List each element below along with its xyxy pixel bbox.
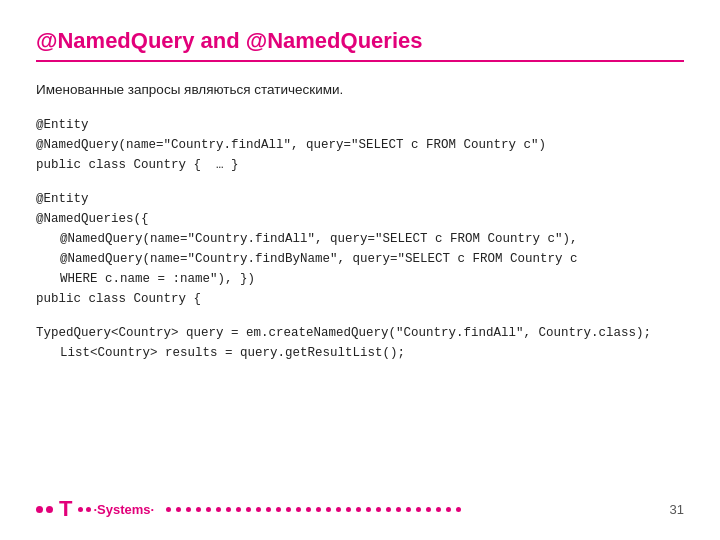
dot-separator	[306, 507, 311, 512]
dot-separator	[206, 507, 211, 512]
dot-separator	[366, 507, 371, 512]
logo-dots-right	[78, 507, 91, 512]
title-bar: @NamedQuery and @NamedQueries	[36, 28, 684, 62]
code-line: List<Country> results = query.getResultL…	[36, 343, 684, 363]
dot-separator	[196, 507, 201, 512]
dot-separator	[446, 507, 451, 512]
logo-dot	[46, 506, 53, 513]
logo-t-letter: T	[59, 496, 72, 522]
content-area: Именованные запросы являються статически…	[36, 80, 684, 363]
dot-separator	[186, 507, 191, 512]
slide: @NamedQuery and @NamedQueries Именованны…	[0, 0, 720, 540]
dot-separator	[386, 507, 391, 512]
footer-logo: T ·Systems·	[36, 496, 156, 522]
code-block-2: @Entity @NamedQueries({ @NamedQuery(name…	[36, 189, 684, 309]
dot-separator	[396, 507, 401, 512]
dot-separator	[276, 507, 281, 512]
code-line: @NamedQuery(name="Country.findAll", quer…	[36, 229, 684, 249]
dot-separator	[356, 507, 361, 512]
code-line: TypedQuery<Country> query = em.createNam…	[36, 323, 684, 343]
code-line: @Entity	[36, 189, 684, 209]
footer: T ·Systems·	[0, 496, 720, 522]
code-line: @NamedQueries({	[36, 209, 684, 229]
page-number: 31	[664, 502, 684, 517]
dot-separator	[216, 507, 221, 512]
dot-separator	[416, 507, 421, 512]
code-line: WHERE c.name = :name"), })	[36, 269, 684, 289]
code-line: @NamedQuery(name="Country.findByName", q…	[36, 249, 684, 269]
logo-dot	[36, 506, 43, 513]
intro-text: Именованные запросы являються статически…	[36, 80, 684, 101]
dot-separator	[236, 507, 241, 512]
dot-separator	[176, 507, 181, 512]
dot-separator	[166, 507, 171, 512]
logo-dot-small	[86, 507, 91, 512]
code-line: public class Country { … }	[36, 155, 684, 175]
dot-separator	[266, 507, 271, 512]
code-block-1: @Entity @NamedQuery(name="Country.findAl…	[36, 115, 684, 175]
footer-divider-dots	[166, 507, 654, 512]
dot-separator	[426, 507, 431, 512]
slide-title: @NamedQuery and @NamedQueries	[36, 28, 422, 53]
logo-dots-left	[36, 506, 53, 513]
dot-separator	[436, 507, 441, 512]
dot-separator	[256, 507, 261, 512]
code-block-3: TypedQuery<Country> query = em.createNam…	[36, 323, 684, 363]
dot-separator	[406, 507, 411, 512]
dot-separator	[346, 507, 351, 512]
dot-separator	[376, 507, 381, 512]
dot-separator	[296, 507, 301, 512]
dot-separator	[316, 507, 321, 512]
logo-dot-small	[78, 507, 83, 512]
dot-separator	[456, 507, 461, 512]
dot-separator	[226, 507, 231, 512]
code-line: @NamedQuery(name="Country.findAll", quer…	[36, 135, 684, 155]
dot-separator	[326, 507, 331, 512]
code-line: public class Country {	[36, 289, 684, 309]
dot-separator	[336, 507, 341, 512]
code-line: @Entity	[36, 115, 684, 135]
logo-systems-text: ·Systems·	[93, 502, 154, 517]
dot-separator	[286, 507, 291, 512]
dot-separator	[246, 507, 251, 512]
